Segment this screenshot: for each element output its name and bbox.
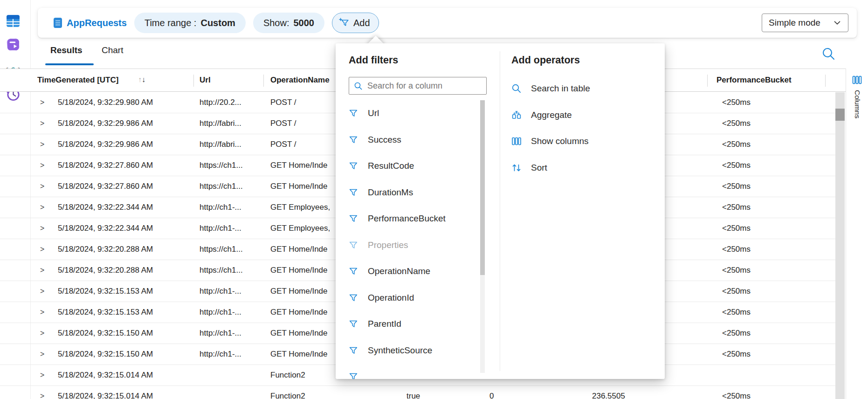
table-view-icon[interactable] — [6, 14, 21, 29]
cell-url: https://ch1... — [200, 176, 243, 197]
mode-selector[interactable]: Simple mode — [762, 14, 848, 32]
filter-funnel-icon — [349, 372, 358, 379]
cell-url: http://ch1-... — [200, 197, 241, 218]
filter-item-resultcode[interactable]: ResultCode — [349, 153, 478, 179]
cell-success: true — [406, 386, 420, 399]
search-icon — [511, 83, 522, 94]
cell-operation: GET Home/Inde — [270, 155, 328, 176]
table-name-link[interactable]: AppRequests — [53, 17, 127, 29]
column-search-input[interactable] — [367, 81, 482, 91]
operator-item-label: Search in table — [531, 83, 590, 94]
operator-item-aggregate[interactable]: Aggregate — [511, 102, 654, 129]
cell-operation: GET Home/Inde — [270, 260, 328, 281]
cell-operation: GET Employees, — [270, 197, 330, 218]
cell-performance: <250ms — [722, 281, 751, 302]
cell-url: http://ch1-... — [200, 218, 241, 239]
sort-icon — [511, 163, 522, 173]
tab-chart[interactable]: Chart — [102, 45, 123, 55]
filter-item-operationname[interactable]: OperationName — [349, 258, 478, 285]
cell-operation: GET Home/Inde — [270, 302, 328, 323]
row-expand-chevron-icon[interactable]: > — [40, 176, 44, 196]
mode-selector-value: Simple mode — [769, 18, 820, 28]
operator-item-label: Show columns — [531, 136, 589, 146]
table-scrollbar-thumb[interactable] — [835, 109, 845, 121]
header-operation-name[interactable]: OperationName — [270, 69, 330, 91]
cell-time: 5/18/2024, 9:32:27.860 AM — [58, 155, 153, 176]
columns-side-tab[interactable]: Columns — [846, 69, 868, 399]
time-range-label: Time range : — [145, 18, 197, 28]
row-expand-chevron-icon[interactable]: > — [40, 386, 44, 399]
sort-control[interactable]: ↑↓ — [138, 69, 145, 90]
time-range-pill[interactable]: Time range : Custom — [134, 13, 246, 33]
cell-operation: GET Home/Inde — [270, 344, 328, 365]
filter-item-operationid[interactable]: OperationId — [349, 285, 478, 311]
operator-item-show-columns[interactable]: Show columns — [511, 128, 654, 155]
row-expand-chevron-icon[interactable]: > — [40, 197, 44, 217]
cell-performance: <250ms — [722, 134, 751, 155]
filter-item-durationms[interactable]: DurationMs — [349, 179, 478, 206]
row-expand-chevron-icon[interactable]: > — [40, 134, 44, 154]
filter-funnel-icon — [349, 346, 358, 355]
cell-time: 5/18/2024, 9:32:20.288 AM — [58, 239, 153, 260]
row-expand-chevron-icon[interactable]: > — [40, 344, 44, 364]
row-expand-chevron-icon[interactable]: > — [40, 155, 44, 175]
row-expand-chevron-icon[interactable]: > — [40, 92, 44, 112]
row-expand-chevron-icon[interactable]: > — [40, 239, 44, 259]
cell-url: http://ch1-... — [200, 344, 241, 365]
filter-funnel-icon — [349, 188, 358, 197]
filter-item-label: ResultCode — [368, 161, 414, 171]
filter-list: UrlSuccessResultCodeDurationMsPerformanc… — [349, 100, 478, 379]
cell-operation: Function2 — [270, 386, 305, 399]
panel-divider — [500, 51, 500, 371]
operator-item-label: Aggregate — [531, 110, 572, 120]
cell-time: 5/18/2024, 9:32:15.014 AM — [58, 386, 153, 399]
cell-time: 5/18/2024, 9:32:15.150 AM — [58, 344, 153, 365]
row-expand-chevron-icon[interactable]: > — [40, 281, 44, 301]
operator-list: Search in tableAggregateShow columnsSort — [511, 76, 654, 181]
column-search-box[interactable] — [349, 77, 487, 95]
cell-performance: <250ms — [722, 323, 751, 344]
table-row[interactable]: >5/18/2024, 9:32:15.014 AMFunction2true0… — [0, 386, 835, 399]
header-time-generated[interactable]: TimeGenerated [UTC] — [37, 69, 118, 91]
column-divider — [263, 75, 264, 87]
operator-item-search-in-table[interactable]: Search in table — [511, 76, 654, 102]
filter-funnel-icon — [349, 319, 358, 329]
cell-operation: GET Home/Inde — [270, 323, 328, 344]
search-icon[interactable] — [821, 47, 835, 61]
row-expand-chevron-icon[interactable]: > — [40, 323, 44, 343]
cell-time: 5/18/2024, 9:32:29.980 AM — [58, 92, 153, 113]
cell-operation: POST / — [270, 134, 296, 155]
filter-item-properties: Properties — [349, 232, 478, 259]
cell-operation: GET Employees, — [270, 218, 330, 239]
filter-item-label: Url — [368, 108, 379, 118]
header-url[interactable]: Url — [200, 69, 211, 91]
filter-item-label: SyntheticSource — [368, 345, 432, 356]
filter-item-url[interactable]: Url — [349, 100, 478, 127]
filter-item-success[interactable]: Success — [349, 127, 478, 153]
filter-add-icon — [339, 18, 349, 28]
add-filter-button[interactable]: Add — [332, 13, 379, 33]
filter-list-scrollbar-thumb[interactable] — [480, 100, 485, 275]
show-label: Show: — [263, 18, 289, 28]
filter-item-parentid[interactable]: ParentId — [349, 311, 478, 337]
filter-funnel-icon — [349, 109, 358, 118]
filter-item-syntheticsource[interactable]: SyntheticSource — [349, 337, 478, 364]
notebook-icon[interactable] — [6, 37, 21, 53]
filter-item-partial[interactable] — [349, 364, 478, 379]
filter-item-performancebucket[interactable]: PerformanceBucket — [349, 206, 478, 232]
table-scrollbar[interactable] — [835, 92, 845, 399]
tab-results[interactable]: Results — [50, 45, 83, 55]
header-performance-bucket[interactable]: PerformanceBucket — [716, 69, 792, 91]
app-root: {fx} AppRequests Time range : Custom — [0, 0, 868, 399]
row-expand-chevron-icon[interactable]: > — [40, 113, 44, 133]
row-expand-chevron-icon[interactable]: > — [40, 218, 44, 238]
filter-list-scrollbar[interactable] — [480, 100, 485, 373]
cell-time: 5/18/2024, 9:32:22.344 AM — [58, 218, 153, 239]
row-expand-chevron-icon[interactable]: > — [40, 302, 44, 322]
row-expand-chevron-icon[interactable]: > — [40, 365, 44, 385]
row-expand-chevron-icon[interactable]: > — [40, 260, 44, 280]
filter-item-label: Properties — [368, 240, 408, 250]
filter-item-label: OperationName — [368, 266, 430, 276]
show-limit-pill[interactable]: Show: 5000 — [253, 13, 324, 33]
operator-item-sort[interactable]: Sort — [511, 155, 654, 181]
